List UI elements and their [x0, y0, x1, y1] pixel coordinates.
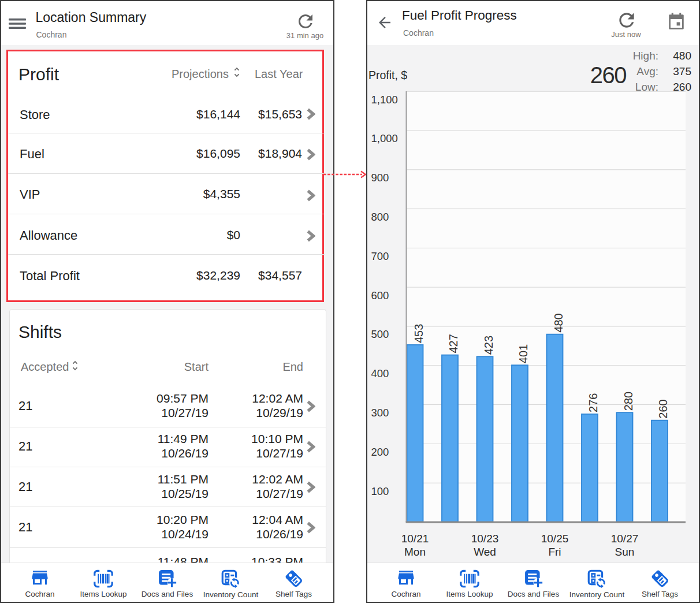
svg-text:Sun: Sun: [615, 546, 635, 558]
svg-text:401: 401: [517, 344, 530, 363]
svg-text:600: 600: [371, 289, 389, 302]
svg-text:400: 400: [371, 367, 389, 379]
svg-text:1,000: 1,000: [371, 132, 398, 144]
svg-text:Fri: Fri: [548, 546, 561, 558]
svg-text:900: 900: [371, 172, 389, 184]
svg-text:100: 100: [371, 485, 389, 497]
svg-text:10/21: 10/21: [401, 533, 429, 545]
svg-text:10/25: 10/25: [541, 533, 569, 545]
svg-text:276: 276: [587, 393, 600, 412]
svg-text:Wed: Wed: [474, 546, 496, 558]
svg-text:10/23: 10/23: [471, 533, 499, 545]
svg-text:Mon: Mon: [404, 546, 426, 558]
svg-text:10/27: 10/27: [611, 533, 639, 545]
svg-text:423: 423: [482, 336, 495, 355]
svg-text:453: 453: [412, 324, 425, 343]
svg-text:200: 200: [371, 446, 389, 458]
svg-text:800: 800: [371, 211, 389, 223]
svg-text:427: 427: [447, 334, 460, 353]
svg-text:1,100: 1,100: [371, 94, 398, 106]
svg-text:700: 700: [371, 250, 389, 262]
svg-text:500: 500: [371, 328, 389, 340]
svg-text:480: 480: [552, 313, 565, 332]
svg-text:260: 260: [657, 399, 669, 418]
svg-text:280: 280: [622, 392, 635, 411]
svg-text:300: 300: [371, 407, 389, 419]
